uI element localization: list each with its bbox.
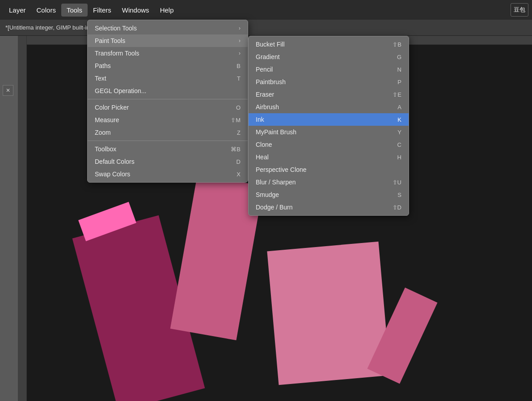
menubar-item-colors[interactable]: Colors <box>31 4 61 17</box>
menubar: Layer Colors Tools Filters Windows Help … <box>0 0 532 20</box>
menubar-item-help[interactable]: Help <box>155 4 179 17</box>
menu-item-dodge-burn[interactable]: Dodge / Burn ⇧D <box>249 201 409 213</box>
menubar-item-filters[interactable]: Filters <box>88 4 117 17</box>
menu-item-paint-tools[interactable]: Paint Tools › <box>88 34 248 47</box>
menu-item-perspective-clone[interactable]: Perspective Clone <box>249 163 409 176</box>
menu-item-gegl-operation[interactable]: GEGL Operation... <box>88 85 248 97</box>
menu-item-selection-tools[interactable]: Selection Tools › <box>88 22 248 34</box>
menubar-item-tools[interactable]: Tools <box>61 4 88 17</box>
menu-item-transform-tools[interactable]: Transform Tools › <box>88 47 248 60</box>
menubar-item-windows[interactable]: Windows <box>117 4 155 17</box>
menu-item-gradient[interactable]: Gradient G <box>249 51 409 63</box>
menu-item-smudge[interactable]: Smudge S <box>249 188 409 201</box>
menu-item-zoom[interactable]: Zoom Z <box>88 126 248 139</box>
menu-item-text[interactable]: Text T <box>88 72 248 85</box>
menu-item-airbrush[interactable]: Airbrush A <box>249 101 409 113</box>
menu-item-default-colors[interactable]: Default Colors D <box>88 155 248 168</box>
separator-2 <box>88 141 248 141</box>
submenu-arrow-selection: › <box>239 25 241 31</box>
app-logo: 豆包 <box>511 3 528 17</box>
submenu-arrow-paint: › <box>239 38 241 44</box>
menu-item-heal[interactable]: Heal H <box>249 151 409 163</box>
menu-item-paintbrush[interactable]: Paintbrush P <box>249 76 409 88</box>
menu-item-bucket-fill[interactable]: Bucket Fill ⇧B <box>249 38 409 51</box>
menu-item-swap-colors[interactable]: Swap Colors X <box>88 168 248 180</box>
titlebar: *[Untitle ma integer, GIMP built-in sRGB… <box>0 20 532 36</box>
toolbox-icon[interactable]: ✕ <box>3 85 13 96</box>
separator-1 <box>88 99 248 99</box>
primary-dropdown-menu[interactable]: Selection Tools › Paint Tools › Transfor… <box>87 20 248 183</box>
menu-item-ink[interactable]: Ink K <box>249 113 409 126</box>
menu-item-color-picker[interactable]: Color Picker O <box>88 101 248 114</box>
menu-item-measure[interactable]: Measure ⇧M <box>88 114 248 126</box>
menu-item-mypaint-brush[interactable]: MyPaint Brush Y <box>249 126 409 138</box>
window-title: *[Untitle <box>5 24 26 31</box>
menu-item-clone[interactable]: Clone C <box>249 138 409 151</box>
menu-item-paths[interactable]: Paths B <box>88 60 248 72</box>
secondary-dropdown-menu[interactable]: Bucket Fill ⇧B Gradient G Pencil N Paint… <box>248 36 409 216</box>
submenu-arrow-transform: › <box>239 50 241 56</box>
menu-item-pencil[interactable]: Pencil N <box>249 63 409 76</box>
menu-item-toolbox[interactable]: Toolbox ⌘B <box>88 143 248 155</box>
menu-item-blur-sharpen[interactable]: Blur / Sharpen ⇧U <box>249 176 409 188</box>
menubar-item-layer[interactable]: Layer <box>4 4 31 17</box>
ruler-left <box>18 36 27 401</box>
menu-item-eraser[interactable]: Eraser ⇧E <box>249 88 409 101</box>
